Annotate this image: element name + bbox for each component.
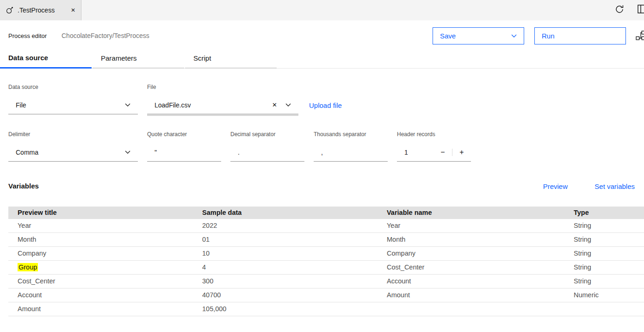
data-source-label: Data source: [8, 84, 38, 90]
cell-sample-data: 2022: [202, 219, 387, 232]
cell-sample-data: 40700: [202, 288, 387, 302]
thousands-separator-label: Thousands separator: [314, 131, 366, 138]
tab-bar: .TestProcess ✕: [0, 0, 644, 20]
cell-preview-title: Year: [8, 219, 202, 232]
table-row[interactable]: Account 40700 Amount Numeric: [8, 288, 644, 302]
tab-parameters[interactable]: Parameters: [93, 48, 184, 69]
cell-sample-data: 01: [202, 233, 387, 246]
minus-icon: −: [440, 148, 445, 156]
data-source-dropdown[interactable]: File: [8, 96, 138, 114]
tab-script[interactable]: Script: [185, 48, 277, 69]
cell-preview-title: Month: [8, 233, 202, 246]
breadcrumb: ChocolateFactory/TestProcess: [62, 32, 149, 39]
table-row[interactable]: Company 10 Company String: [8, 247, 644, 261]
column-preview-title: Preview title: [8, 207, 202, 219]
chevron-down-icon: [125, 150, 130, 154]
upload-file-link[interactable]: Upload file: [309, 101, 342, 109]
variables-heading: Variables: [8, 182, 39, 190]
process-icon: [6, 6, 13, 14]
open-panel-icon[interactable]: [638, 5, 644, 16]
process-editor-screen: .TestProcess ✕ Process editor ChocolateF…: [0, 0, 644, 332]
table-row[interactable]: Amount 105,000: [8, 302, 644, 316]
cell-preview-title: Group: [8, 261, 202, 274]
cell-type: [574, 302, 644, 316]
run-button[interactable]: Run: [534, 27, 626, 44]
cell-preview-title: Account: [8, 288, 202, 302]
clear-icon[interactable]: ✕: [272, 101, 277, 108]
cell-variable-name: Account: [387, 275, 574, 288]
cell-variable-name: Company: [387, 247, 574, 260]
column-type: Type: [574, 207, 644, 219]
tab-parameters-label: Parameters: [101, 54, 137, 62]
cell-variable-name: [387, 302, 574, 316]
header-records-stepper: 1 − +: [397, 143, 471, 162]
save-button[interactable]: Save: [433, 27, 524, 44]
delimiter-value: Comma: [16, 149, 38, 156]
tab-data-source-label: Data source: [8, 54, 48, 62]
plus-icon: +: [459, 148, 464, 156]
highlighted-text: Group: [18, 263, 38, 271]
run-button-label: Run: [542, 32, 555, 40]
column-sample-data: Sample data: [202, 207, 387, 219]
cell-variable-name: Year: [387, 219, 574, 232]
table-header: Preview title Sample data Variable name …: [8, 207, 644, 219]
save-button-label: Save: [440, 32, 456, 40]
file-combobox[interactable]: LoadFile.csv ✕: [147, 96, 298, 114]
cell-preview-title: Cost_Center: [8, 275, 202, 288]
set-variables-link[interactable]: Set variables: [594, 182, 635, 190]
cell-variable-name: Amount: [387, 288, 574, 302]
editor-tab-strip: Data source Parameters Script: [0, 48, 644, 69]
cell-variable-name: Cost_Center: [387, 261, 574, 274]
decimal-separator-input[interactable]: [230, 143, 304, 162]
file-value: LoadFile.csv: [155, 101, 191, 109]
thousands-separator-input[interactable]: [314, 143, 388, 162]
cell-sample-data: 4: [202, 261, 387, 274]
table-row[interactable]: Month 01 Month String: [8, 233, 644, 247]
table-row[interactable]: Group 4 Cost_Center String: [8, 261, 644, 275]
quote-character-label: Quote character: [147, 131, 187, 138]
cell-sample-data: 10: [202, 247, 387, 260]
workflow-icon[interactable]: [636, 31, 644, 43]
chevron-down-icon[interactable]: [285, 103, 291, 107]
preview-link[interactable]: Preview: [543, 182, 568, 190]
refresh-icon[interactable]: [614, 4, 625, 16]
variables-table: Preview title Sample data Variable name …: [8, 207, 644, 316]
cell-sample-data: 105,000: [202, 302, 387, 316]
file-label: File: [147, 84, 156, 90]
decrement-button[interactable]: −: [433, 143, 452, 161]
data-source-value: File: [16, 101, 26, 109]
quote-character-input[interactable]: [147, 143, 221, 162]
cell-type: String: [574, 261, 644, 274]
delimiter-label: Delimiter: [8, 131, 30, 138]
tab-data-source[interactable]: Data source: [0, 48, 92, 69]
cell-type: Numeric: [574, 288, 644, 302]
cell-type: String: [574, 233, 644, 246]
decimal-separator-label: Decimal separator: [230, 131, 275, 138]
tab-title: .TestProcess: [18, 6, 55, 14]
tab-testprocess[interactable]: .TestProcess ✕: [0, 0, 81, 20]
chevron-down-icon: [125, 103, 130, 107]
close-icon[interactable]: ✕: [71, 7, 75, 13]
cell-type: String: [574, 247, 644, 260]
cell-sample-data: 300: [202, 275, 387, 288]
header-records-value[interactable]: 1: [397, 149, 433, 156]
tab-script-label: Script: [193, 54, 211, 62]
cell-preview-title: Amount: [8, 302, 202, 316]
column-variable-name: Variable name: [387, 207, 574, 219]
cell-variable-name: Month: [387, 233, 574, 246]
table-row[interactable]: Year 2022 Year String: [8, 219, 644, 233]
page-title: Process editor: [8, 32, 47, 39]
increment-button[interactable]: +: [452, 143, 471, 161]
table-row[interactable]: Cost_Center 300 Account String: [8, 275, 644, 288]
delimiter-dropdown[interactable]: Comma: [8, 143, 138, 162]
cell-type: String: [574, 275, 644, 288]
chevron-down-icon: [511, 34, 517, 38]
cell-type: String: [574, 219, 644, 232]
header-records-label: Header records: [397, 131, 435, 138]
cell-preview-title: Company: [8, 247, 202, 260]
